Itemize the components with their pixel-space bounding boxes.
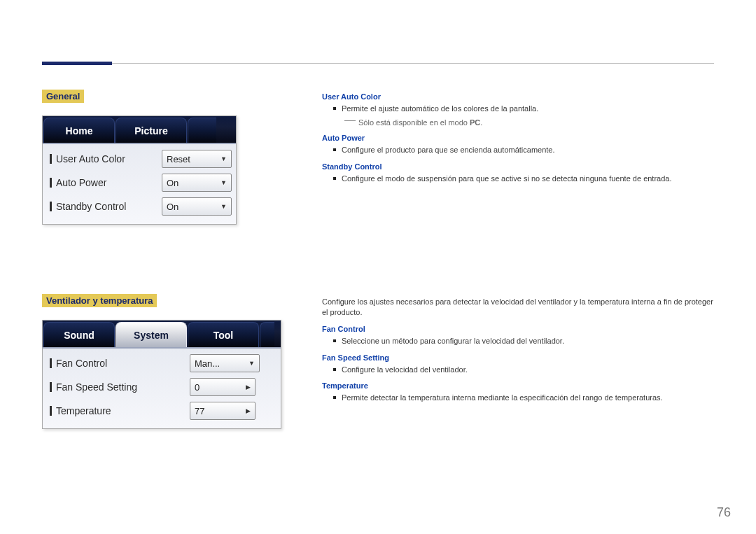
row-label: Fan Speed Setting xyxy=(47,381,190,393)
label-text: Standby Control xyxy=(56,201,126,212)
desc-text: Configure el modo de suspensión para que… xyxy=(342,174,672,184)
desc-bullet: Configure la velocidad del ventilador. xyxy=(333,365,714,375)
dropdown-user-auto-color[interactable]: Reset ▼ xyxy=(162,150,232,168)
section-heading-general: General xyxy=(42,90,84,103)
panel-fan: Sound System Tool Fan Control Man... ▼ F… xyxy=(42,320,281,429)
section-general-right: User Auto Color Permite el ajuste automá… xyxy=(322,90,714,188)
row-standby-control: Standby Control On ▼ xyxy=(47,195,232,218)
dropdown-auto-power[interactable]: On ▼ xyxy=(162,174,232,192)
tab-picture[interactable]: Picture xyxy=(115,118,187,143)
chevron-down-icon: ▼ xyxy=(220,203,227,210)
tabbar-general: Home Picture xyxy=(43,116,236,144)
desc-bullet: Configure el modo de suspensión para que… xyxy=(333,174,714,184)
bullet-icon xyxy=(333,396,336,399)
row-label: Temperature xyxy=(47,405,190,416)
label-text: Fan Speed Setting xyxy=(56,381,137,393)
chevron-down-icon: ▼ xyxy=(220,155,227,162)
tab-home[interactable]: Home xyxy=(43,118,115,143)
bullet-icon xyxy=(333,148,336,151)
section-general-left: General Home Picture User Auto Color Res… xyxy=(42,90,280,225)
chevron-down-icon: ▼ xyxy=(248,360,255,367)
note-text: Sólo está disponible en el modo xyxy=(358,118,470,127)
panel-fan-rows: Fan Control Man... ▼ Fan Speed Setting 0… xyxy=(43,349,281,428)
desc-bullet: Permite el ajuste automático de los colo… xyxy=(333,104,714,114)
desc-text: Configure la velocidad del ventilador. xyxy=(342,365,468,375)
spinner-value: 0 xyxy=(195,382,246,393)
dropdown-value: Reset xyxy=(167,154,190,164)
tab-system[interactable]: System xyxy=(115,322,187,347)
note-dash-icon xyxy=(344,120,356,121)
tab-overflow xyxy=(188,118,216,143)
row-user-auto-color: User Auto Color Reset ▼ xyxy=(47,147,232,171)
desc-intro-fan: Configure los ajustes necesarios para de… xyxy=(322,297,714,318)
spinner-value: 77 xyxy=(195,406,246,416)
desc-heading-standby-control: Standby Control xyxy=(322,162,714,171)
chevron-down-icon: ▼ xyxy=(220,179,227,186)
desc-note-pc-mode: Sólo está disponible en el modo PC. xyxy=(344,118,714,127)
dropdown-value: On xyxy=(167,202,178,212)
row-label: User Auto Color xyxy=(47,153,162,164)
note-bold: PC xyxy=(470,118,480,127)
tabbar-fan: Sound System Tool xyxy=(43,321,281,349)
desc-text: Permite el ajuste automático de los colo… xyxy=(342,104,538,114)
desc-text: Configure el producto para que se encien… xyxy=(342,145,555,155)
header-rule xyxy=(42,63,714,64)
desc-heading-temperature: Temperature xyxy=(322,381,714,390)
desc-bullet: Seleccione un método para configurar la … xyxy=(333,336,714,346)
bullet-icon xyxy=(333,368,336,371)
header-rule-accent xyxy=(42,62,112,65)
desc-heading-fan-control: Fan Control xyxy=(322,325,714,333)
note-suffix: . xyxy=(480,118,482,127)
section-heading-fan: Ventilador y temperatura xyxy=(42,294,157,307)
desc-bullet: Permite detectar la temperatura interna … xyxy=(333,393,714,403)
section-fan-left: Ventilador y temperatura Sound System To… xyxy=(42,294,280,429)
label-text: Fan Control xyxy=(56,358,107,369)
desc-bullet: Configure el producto para que se encien… xyxy=(333,145,714,155)
dropdown-standby-control[interactable]: On ▼ xyxy=(162,197,232,216)
bullet-icon xyxy=(333,339,336,342)
row-label: Standby Control xyxy=(47,201,162,212)
desc-heading-user-auto-color: User Auto Color xyxy=(322,92,714,101)
tab-tool[interactable]: Tool xyxy=(188,322,259,347)
tab-overflow xyxy=(260,322,274,347)
bullet-icon xyxy=(333,107,336,110)
chevron-right-icon: ▶ xyxy=(246,407,251,414)
chevron-right-icon: ▶ xyxy=(246,384,251,391)
dropdown-fan-control[interactable]: Man... ▼ xyxy=(190,354,260,372)
page-number: 76 xyxy=(717,505,731,520)
row-auto-power: Auto Power On ▼ xyxy=(47,171,232,195)
desc-heading-fan-speed: Fan Speed Setting xyxy=(322,353,714,362)
bullet-icon xyxy=(333,177,336,180)
label-text: Auto Power xyxy=(56,177,106,188)
row-label: Fan Control xyxy=(47,358,190,369)
desc-text: Permite detectar la temperatura interna … xyxy=(342,393,663,403)
desc-text: Seleccione un método para configurar la … xyxy=(342,336,564,346)
panel-general: Home Picture User Auto Color Reset ▼ Aut… xyxy=(42,115,237,225)
row-fan-control: Fan Control Man... ▼ xyxy=(47,351,276,375)
dropdown-value: Man... xyxy=(195,358,220,369)
row-temperature: Temperature 77 ▶ xyxy=(47,399,276,423)
section-fan-right: Configure los ajustes necesarios para de… xyxy=(322,297,714,407)
label-text: Temperature xyxy=(56,405,111,416)
dropdown-value: On xyxy=(167,178,178,188)
spinner-fan-speed[interactable]: 0 ▶ xyxy=(190,378,255,396)
row-label: Auto Power xyxy=(47,177,162,188)
tab-sound[interactable]: Sound xyxy=(43,322,115,347)
row-fan-speed-setting: Fan Speed Setting 0 ▶ xyxy=(47,375,276,399)
desc-heading-auto-power: Auto Power xyxy=(322,134,714,142)
label-text: User Auto Color xyxy=(56,153,125,164)
spinner-temperature[interactable]: 77 ▶ xyxy=(190,402,255,420)
panel-general-rows: User Auto Color Reset ▼ Auto Power On ▼ … xyxy=(43,144,236,224)
